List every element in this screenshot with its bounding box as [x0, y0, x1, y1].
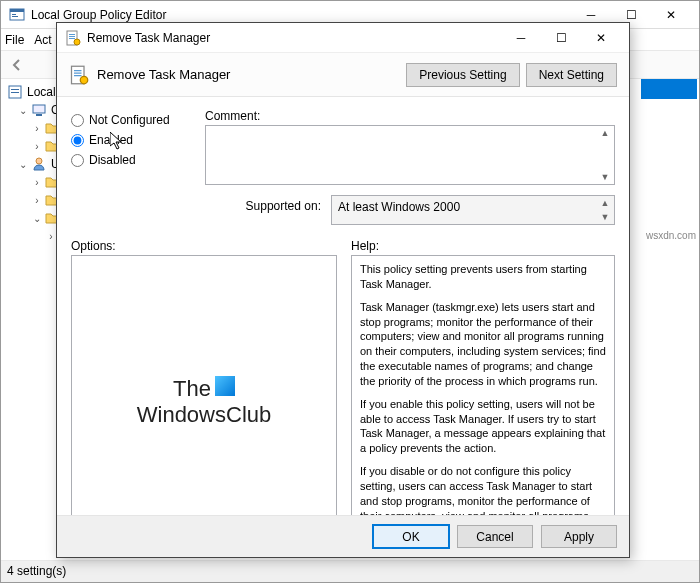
svg-rect-17 [74, 72, 82, 73]
next-setting-button[interactable]: Next Setting [526, 63, 617, 87]
chevron-right-icon[interactable]: › [31, 141, 43, 152]
dialog-maximize-button[interactable]: ☐ [541, 24, 581, 52]
comment-textarea[interactable]: ▲ ▼ [205, 125, 615, 185]
svg-point-9 [36, 158, 42, 164]
scroll-down-icon[interactable]: ▼ [598, 172, 612, 182]
svg-rect-2 [12, 14, 16, 15]
svg-rect-5 [11, 89, 19, 90]
apply-button[interactable]: Apply [541, 525, 617, 548]
help-p2: Task Manager (taskmgr.exe) lets users st… [360, 300, 606, 389]
radio-disabled[interactable]: Disabled [71, 153, 191, 167]
ok-button[interactable]: OK [373, 525, 449, 548]
radio-enabled[interactable]: Enabled [71, 133, 191, 147]
help-label: Help: [351, 239, 615, 253]
gpedit-icon [9, 7, 25, 23]
scroll-up-icon[interactable]: ▲ [598, 128, 612, 138]
supported-value: At least Windows 2000 [338, 200, 460, 214]
chevron-down-icon[interactable]: ⌄ [31, 213, 43, 224]
supported-textbox: At least Windows 2000 ▲ ▼ [331, 195, 615, 225]
dialog-body: Not Configured Enabled Disabled Comment:… [57, 97, 629, 549]
svg-point-14 [74, 39, 80, 45]
dialog-header: Remove Task Manager Previous Setting Nex… [57, 53, 629, 97]
svg-rect-13 [69, 38, 75, 39]
svg-rect-7 [33, 105, 45, 113]
menu-action[interactable]: Act [34, 33, 51, 47]
svg-rect-11 [69, 34, 75, 35]
radio-label: Enabled [89, 133, 133, 147]
policy-item-icon [65, 30, 81, 46]
dialog-title: Remove Task Manager [87, 31, 501, 45]
previous-setting-button[interactable]: Previous Setting [406, 63, 519, 87]
selection-strip [641, 79, 697, 99]
supported-label: Supported on: [205, 195, 321, 225]
svg-rect-1 [10, 9, 24, 12]
chevron-right-icon[interactable]: › [31, 177, 43, 188]
dialog-header-label: Remove Task Manager [97, 67, 400, 82]
state-radios: Not Configured Enabled Disabled [71, 109, 191, 225]
svg-rect-3 [12, 16, 18, 17]
radio-label: Not Configured [89, 113, 170, 127]
parent-title: Local Group Policy Editor [31, 8, 571, 22]
status-text: 4 setting(s) [7, 564, 66, 578]
svg-point-19 [80, 76, 88, 84]
chevron-right-icon[interactable]: › [31, 195, 43, 206]
help-p3: If you enable this policy setting, users… [360, 397, 606, 456]
dialog-titlebar: Remove Task Manager ─ ☐ ✕ [57, 23, 629, 53]
options-label: Options: [71, 239, 337, 253]
toolbar-back-icon[interactable] [9, 57, 25, 73]
comment-label: Comment: [205, 109, 615, 123]
logo-line1: The [173, 376, 211, 401]
chevron-down-icon[interactable]: ⌄ [17, 159, 29, 170]
svg-rect-16 [74, 70, 82, 71]
radio-not-configured[interactable]: Not Configured [71, 113, 191, 127]
policy-item-icon [69, 65, 89, 85]
user-icon [31, 156, 47, 172]
scroll-up-icon[interactable]: ▲ [598, 198, 612, 208]
parent-close-button[interactable]: ✕ [651, 2, 691, 28]
chevron-right-icon[interactable]: › [31, 123, 43, 134]
policy-icon [7, 84, 23, 100]
help-p1: This policy setting prevents users from … [360, 262, 606, 292]
radio-label: Disabled [89, 153, 136, 167]
svg-rect-12 [69, 36, 75, 37]
watermark: wsxdn.com [646, 230, 696, 241]
menu-file[interactable]: File [5, 33, 24, 47]
logo-square-icon [215, 376, 235, 396]
cancel-button[interactable]: Cancel [457, 525, 533, 548]
watermark-logo: The WindowsClub [137, 376, 272, 428]
dialog-footer: OK Cancel Apply [57, 515, 629, 557]
svg-rect-18 [74, 75, 82, 76]
computer-icon [31, 102, 47, 118]
options-panel: The WindowsClub [71, 255, 337, 549]
chevron-down-icon[interactable]: ⌄ [17, 105, 29, 116]
dialog-minimize-button[interactable]: ─ [501, 24, 541, 52]
logo-line2: WindowsClub [137, 402, 272, 428]
svg-rect-8 [36, 114, 42, 116]
policy-dialog: Remove Task Manager ─ ☐ ✕ Remove Task Ma… [56, 22, 630, 558]
status-bar: 4 setting(s) [1, 560, 699, 582]
svg-rect-6 [11, 92, 19, 93]
scroll-down-icon[interactable]: ▼ [598, 212, 612, 222]
help-panel: This policy setting prevents users from … [351, 255, 615, 549]
dialog-close-button[interactable]: ✕ [581, 24, 621, 52]
